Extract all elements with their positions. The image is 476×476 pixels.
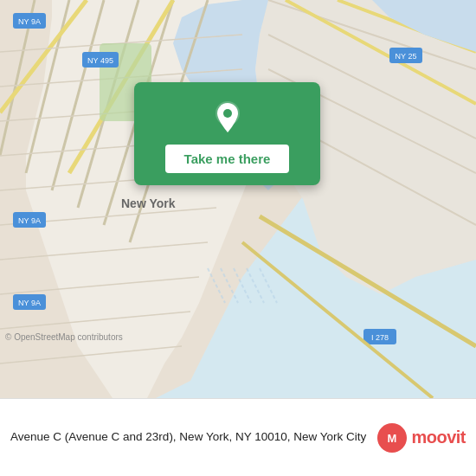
moovit-brand-text: moovit: [411, 428, 466, 447]
svg-text:I 278: I 278: [371, 333, 389, 342]
osm-credit: © OpenStreetMap contributors: [5, 332, 123, 342]
osm-credit-text: © OpenStreetMap contributors: [5, 332, 123, 342]
map-container: New York NY 9A NY 495 NY 9A NY 9A NY 25 …: [0, 0, 476, 398]
svg-text:NY 495: NY 495: [87, 56, 113, 65]
bottom-address-container: Avenue C (Avenue C and 23rd), New York, …: [10, 429, 368, 446]
svg-text:NY 9A: NY 9A: [18, 299, 41, 307]
svg-text:NY 25: NY 25: [396, 52, 417, 61]
location-pin-icon: [209, 98, 247, 136]
take-me-there-button[interactable]: Take me there: [165, 145, 290, 173]
location-card: Take me there: [134, 82, 320, 185]
address-text: Avenue C (Avenue C and 23rd), New York, …: [10, 429, 368, 446]
moovit-logo: M moovit: [376, 422, 466, 453]
moovit-icon: M: [376, 422, 408, 453]
svg-text:New York: New York: [121, 196, 176, 210]
bottom-bar: Avenue C (Avenue C and 23rd), New York, …: [0, 398, 476, 476]
svg-point-53: [223, 109, 232, 118]
svg-text:NY 9A: NY 9A: [18, 17, 41, 26]
svg-text:NY 9A: NY 9A: [18, 216, 41, 225]
svg-text:M: M: [388, 432, 397, 445]
